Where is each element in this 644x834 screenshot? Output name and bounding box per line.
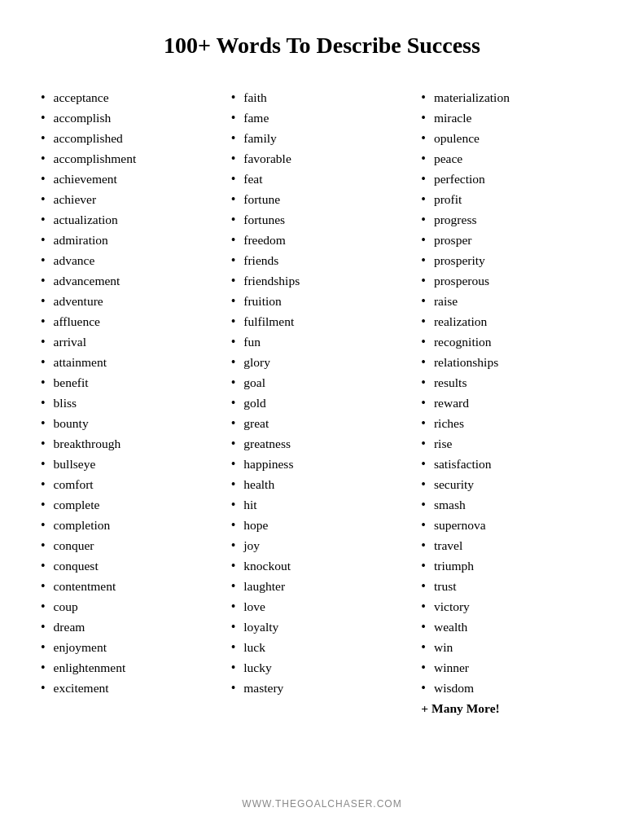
list-item: prosperous	[421, 270, 603, 291]
list-item: hope	[231, 515, 414, 535]
list-item: win	[421, 637, 603, 657]
list-item: laughter	[231, 576, 414, 596]
list-item: relationships	[421, 352, 603, 372]
list-item: friendships	[231, 270, 414, 291]
list-item: enlightenment	[41, 657, 223, 678]
list-item: fun	[231, 331, 414, 352]
list-item: profit	[421, 189, 603, 209]
list-item: actualization	[41, 209, 223, 230]
list-item: comfort	[41, 474, 223, 494]
list-item: freedom	[231, 230, 414, 250]
list-item: great	[231, 413, 414, 433]
list-item: peace	[421, 148, 603, 169]
list-item: reward	[421, 393, 603, 413]
list-item: glory	[231, 352, 414, 372]
list-item: trust	[421, 576, 603, 596]
columns-container: acceptanceaccomplishaccomplishedaccompli…	[41, 87, 603, 774]
list-item: luck	[231, 637, 414, 657]
list-item: conquest	[41, 555, 223, 576]
list-item: joy	[231, 535, 414, 555]
list-item: rise	[421, 433, 603, 454]
list-item: bliss	[41, 393, 223, 413]
list-item: favorable	[231, 148, 414, 169]
list-item: supernova	[421, 515, 603, 535]
list-item: wealth	[421, 617, 603, 637]
list-item: complete	[41, 494, 223, 515]
list-item: knockout	[231, 555, 414, 576]
list-item: riches	[421, 413, 603, 433]
list-item: loyalty	[231, 617, 414, 637]
list-item: wisdom	[421, 678, 603, 698]
list-item: mastery	[231, 678, 414, 698]
list-item: happiness	[231, 454, 414, 474]
word-list-col3: materializationmiracleopulencepeaceperfe…	[421, 87, 603, 698]
word-list-col2: faithfamefamilyfavorablefeatfortunefortu…	[231, 87, 414, 698]
word-list-col1: acceptanceaccomplishaccomplishedaccompli…	[41, 87, 223, 698]
list-item: lucky	[231, 657, 414, 678]
list-item: enjoyment	[41, 637, 223, 657]
column-3: materializationmiracleopulencepeaceperfe…	[421, 87, 603, 774]
list-item: family	[231, 128, 414, 148]
list-item: victory	[421, 596, 603, 617]
list-item: bullseye	[41, 454, 223, 474]
list-item: completion	[41, 515, 223, 535]
list-item: adventure	[41, 291, 223, 311]
list-item: security	[421, 474, 603, 494]
list-item: satisfaction	[421, 454, 603, 474]
list-item: attainment	[41, 352, 223, 372]
list-item: fulfilment	[231, 311, 414, 331]
list-item: love	[231, 596, 414, 617]
footer-text: WWW.THEGOALCHASER.COM	[242, 798, 401, 810]
list-item: smash	[421, 494, 603, 515]
list-item: advance	[41, 250, 223, 270]
list-item: winner	[421, 657, 603, 678]
column-2: faithfamefamilyfavorablefeatfortunefortu…	[231, 87, 414, 774]
list-item: arrival	[41, 331, 223, 352]
column-1: acceptanceaccomplishaccomplishedaccompli…	[41, 87, 223, 774]
list-item: raise	[421, 291, 603, 311]
list-item: benefit	[41, 372, 223, 393]
more-text: + Many More!	[421, 701, 603, 716]
list-item: friends	[231, 250, 414, 270]
list-item: goal	[231, 372, 414, 393]
list-item: contentment	[41, 576, 223, 596]
list-item: faith	[231, 87, 414, 108]
list-item: accomplish	[41, 108, 223, 128]
list-item: accomplishment	[41, 148, 223, 169]
page-container: 100+ Words To Describe Success acceptanc…	[0, 0, 644, 834]
list-item: materialization	[421, 87, 603, 108]
list-item: prosperity	[421, 250, 603, 270]
list-item: hit	[231, 494, 414, 515]
list-item: miracle	[421, 108, 603, 128]
list-item: advancement	[41, 270, 223, 291]
list-item: health	[231, 474, 414, 494]
page-title: 100+ Words To Describe Success	[164, 33, 480, 59]
list-item: achiever	[41, 189, 223, 209]
list-item: accomplished	[41, 128, 223, 148]
list-item: excitement	[41, 678, 223, 698]
list-item: feat	[231, 169, 414, 189]
list-item: realization	[421, 311, 603, 331]
list-item: achievement	[41, 169, 223, 189]
list-item: acceptance	[41, 87, 223, 108]
list-item: triumph	[421, 555, 603, 576]
list-item: greatness	[231, 433, 414, 454]
list-item: progress	[421, 209, 603, 230]
list-item: fruition	[231, 291, 414, 311]
list-item: fame	[231, 108, 414, 128]
list-item: prosper	[421, 230, 603, 250]
list-item: breakthrough	[41, 433, 223, 454]
list-item: fortune	[231, 189, 414, 209]
list-item: results	[421, 372, 603, 393]
list-item: admiration	[41, 230, 223, 250]
list-item: coup	[41, 596, 223, 617]
list-item: travel	[421, 535, 603, 555]
list-item: affluence	[41, 311, 223, 331]
list-item: recognition	[421, 331, 603, 352]
list-item: dream	[41, 617, 223, 637]
list-item: fortunes	[231, 209, 414, 230]
list-item: bounty	[41, 413, 223, 433]
list-item: conquer	[41, 535, 223, 555]
list-item: gold	[231, 393, 414, 413]
list-item: opulence	[421, 128, 603, 148]
